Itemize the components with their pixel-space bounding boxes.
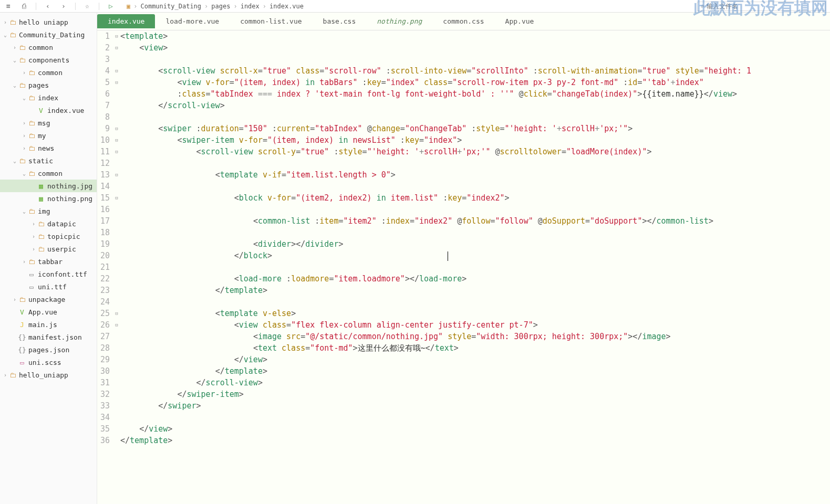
folder-icon: 🗀 [8,371,17,379]
file-vue-icon: V [18,308,26,316]
search-input[interactable] [707,3,822,10]
tree-label: hello_uniapp [19,371,68,379]
chevron-icon[interactable]: ⌄ [21,208,27,214]
tree-label: index [38,94,58,102]
editor-tab[interactable]: common.css [432,14,494,28]
chevron-icon[interactable]: ⌄ [12,158,18,164]
tree-label: main.js [28,321,57,329]
editor-tab[interactable]: nothing.png [366,14,432,28]
chevron-icon[interactable]: › [12,45,18,50]
breadcrumb-item[interactable]: index [241,3,260,10]
chevron-icon[interactable]: › [21,259,27,265]
tree-item[interactable]: ›🗀my [0,129,97,142]
editor-tab[interactable]: App.vue [495,14,545,28]
editor-tab[interactable]: load-more.vue [155,14,230,28]
tree-label: index.vue [47,107,84,114]
chevron-icon[interactable]: ⌄ [12,57,18,63]
tree-item[interactable]: ▭uni.ttf [0,280,97,293]
breadcrumb-item[interactable]: pages [211,3,230,10]
tree-item[interactable]: ›🗀unpackage [0,293,97,306]
breadcrumb-item[interactable]: Community_Dating [140,3,201,10]
chevron-icon[interactable]: › [30,221,37,227]
tree-item[interactable]: ⌄🗀img [0,205,97,217]
run-icon[interactable]: ▷ [107,2,115,10]
folder-icon: 🗀 [27,170,36,177]
folder-icon: 🗀 [37,245,45,253]
tree-item[interactable]: ›🗀common [0,66,97,79]
tree-item[interactable]: ⌄🗀pages [0,79,97,91]
breadcrumb: ▣ › Community_Dating › pages › index › i… [127,3,304,10]
tree-label: pages [28,81,49,89]
chevron-icon[interactable]: › [30,234,37,239]
editor-tab[interactable]: common-list.vue [230,14,312,28]
file-explorer[interactable]: ›🗀hello uniapp⌄🗀Community_Dating›🗀common… [0,13,97,504]
chevron-icon[interactable]: › [2,372,8,378]
editor-tab[interactable]: base.css [313,14,367,28]
folder-icon: 🗀 [27,94,36,102]
folder-icon: 🗀 [27,69,36,77]
breadcrumb-item[interactable]: index.vue [269,3,304,10]
folder-icon: 🗀 [37,220,45,228]
tree-label: userpic [47,245,76,253]
tree-item[interactable]: ⌄🗀static [0,154,97,167]
chevron-icon[interactable]: ⌄ [21,95,27,101]
back-icon[interactable]: ‹ [44,2,52,10]
chevron-icon[interactable]: › [12,297,18,302]
chevron-icon[interactable]: › [21,70,27,76]
chevron-icon[interactable]: › [2,19,8,25]
folder-icon: 🗀 [18,296,26,303]
tree-item[interactable]: Vindex.vue [0,104,97,117]
tree-item[interactable]: ›🗀topicpic [0,230,97,243]
tree-label: pages.json [28,346,69,354]
tree-item[interactable]: ›🗀userpic [0,243,97,255]
tree-label: iconfont.ttf [38,270,87,278]
folder-icon: 🗀 [18,56,26,64]
tree-item[interactable]: VApp.vue [0,306,97,318]
chevron-icon[interactable]: › [30,246,37,252]
editor-tabs: index.vueload-more.vuecommon-list.vuebas… [97,13,830,30]
file-json-icon: {} [18,346,26,354]
tree-item[interactable]: ›🗀news [0,142,97,154]
search-box[interactable]: ⌕ [697,2,826,11]
tree-item[interactable]: ⌄🗀components [0,54,97,66]
chevron-icon[interactable]: › [21,120,27,126]
tree-item[interactable]: ⌄🗀Community_Dating [0,28,97,41]
chevron-icon[interactable]: ⌄ [12,82,18,88]
hamburger-icon[interactable]: ≡ [4,2,13,10]
tree-item[interactable]: ›🗀hello_uniapp [0,369,97,381]
folder-icon: 🗀 [27,207,36,215]
forward-icon[interactable]: › [59,2,68,10]
tree-item[interactable]: ›🗀datapic [0,217,97,230]
file-ttf-icon: ▭ [27,283,36,291]
tree-item[interactable]: ›🗀common [0,41,97,54]
save-icon[interactable]: ⎙ [20,2,28,10]
tree-item[interactable]: Jmain.js [0,318,97,331]
tree-label: unpackage [28,296,65,303]
folder-icon: 🗀 [8,18,17,26]
code-editor[interactable]: 1234567891011121314151617181920212223242… [97,30,830,504]
tree-label: Community_Dating [19,31,85,39]
tree-item[interactable]: ▭uni.scss [0,356,97,369]
chevron-icon[interactable]: ⌄ [21,171,27,176]
search-icon: ⌕ [701,3,704,10]
tree-item[interactable]: ▦nothing.jpg [0,180,97,192]
tree-item[interactable]: ▭iconfont.ttf [0,268,97,280]
tree-item[interactable]: ›🗀tabbar [0,255,97,268]
tree-label: my [38,132,46,140]
star-icon[interactable]: ☆ [83,2,91,10]
file-json-icon: {} [18,333,26,341]
tree-item[interactable]: {}manifest.json [0,331,97,343]
tree-item[interactable]: ›🗀msg [0,117,97,129]
chevron-icon[interactable]: ⌄ [2,32,8,38]
folder-icon: 🗀 [8,31,17,39]
tree-item[interactable]: ⌄🗀common [0,167,97,180]
tree-item[interactable]: {}pages.json [0,343,97,356]
file-img-icon: ▦ [37,195,45,203]
tree-label: components [28,56,69,64]
tree-item[interactable]: ▦nothing.png [0,192,97,205]
tree-item[interactable]: ›🗀hello uniapp [0,16,97,28]
editor-tab[interactable]: index.vue [97,14,155,28]
chevron-icon[interactable]: › [21,133,27,139]
tree-item[interactable]: ⌄🗀index [0,91,97,104]
chevron-icon[interactable]: › [21,145,27,151]
